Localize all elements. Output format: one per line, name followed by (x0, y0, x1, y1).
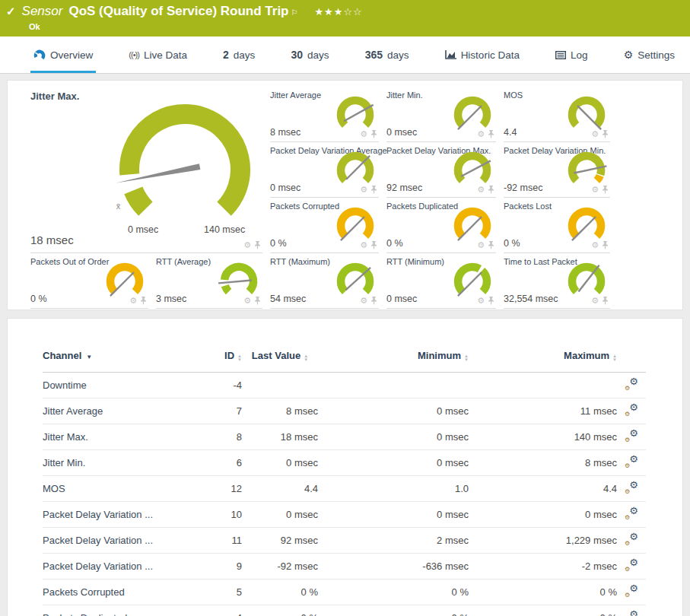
pin-icon[interactable] (254, 241, 261, 249)
gear-large: ⚙ (629, 505, 638, 516)
pin-icon[interactable] (370, 241, 377, 249)
gear-icon[interactable]: ⚙ (477, 130, 485, 138)
edit-channel-icon[interactable]: ⚙⚙ (625, 559, 638, 571)
pin-icon[interactable] (488, 186, 494, 194)
gauge-dial (333, 205, 377, 246)
gear-icon[interactable]: ⚙ (477, 297, 485, 305)
gear-icon[interactable]: ⚙ (243, 241, 251, 249)
channel-name[interactable]: Packet Delay Variation ... (43, 527, 187, 553)
channel-name[interactable]: Packet Delay Variation ... (43, 501, 187, 527)
cell-max: 1,229 msec (469, 527, 617, 553)
channel-name[interactable]: Jitter Max. (43, 424, 187, 449)
cell-min: 2 msec (318, 527, 469, 553)
gear-large: ⚙ (629, 608, 638, 616)
edit-channel-icon[interactable]: ⚙⚙ (625, 611, 638, 616)
gear-icon[interactable]: ⚙ (360, 130, 367, 138)
channel-name[interactable]: Packets Duplicated (43, 605, 187, 616)
gauge-value: 0 % (30, 294, 47, 304)
gauge-dial (450, 260, 494, 301)
gauge-value: 0 msec (386, 294, 417, 304)
pin-icon[interactable] (488, 241, 494, 249)
channel-name[interactable]: Packet Delay Variation ... (43, 553, 187, 579)
tab-historic-data[interactable]: Historic Data (442, 37, 523, 73)
pin-icon[interactable] (602, 130, 609, 138)
edit-channel-icon[interactable]: ⚙⚙ (625, 533, 638, 545)
pin-icon[interactable] (488, 297, 494, 305)
channel-name[interactable]: Jitter Average (43, 398, 187, 424)
gear-icon[interactable]: ⚙ (243, 297, 251, 305)
pin-icon[interactable] (370, 297, 377, 305)
gear-icon[interactable]: ⚙ (477, 186, 485, 194)
edit-channel-icon[interactable]: ⚙⚙ (625, 507, 638, 519)
channel-name[interactable]: MOS (43, 475, 187, 501)
tab-log[interactable]: Log (552, 37, 591, 73)
sort-down: ▼ (304, 358, 308, 362)
column-header-channel[interactable]: Channel▼ (43, 346, 187, 372)
gauge-dial (564, 149, 609, 190)
cell-edit: ⚙⚙ (617, 527, 646, 553)
pin-icon[interactable] (602, 186, 609, 194)
pin-icon[interactable] (254, 297, 261, 305)
table-row: Jitter Max.818 msec0 msec140 msec⚙⚙ (43, 424, 646, 449)
column-header-min[interactable]: Minimum▲▼ (318, 346, 469, 372)
gauge-mos: MOS4.4⚙ (504, 87, 610, 142)
channel-name[interactable]: Packets Corrupted (43, 579, 187, 605)
edit-channel-icon[interactable]: ⚙⚙ (625, 378, 638, 390)
gauge-value: 0 % (504, 238, 520, 249)
gear-small: ⚙ (625, 437, 630, 443)
gauge-value: 0 msec (270, 183, 300, 193)
gear-small: ⚙ (625, 566, 630, 573)
pin-icon[interactable] (370, 130, 377, 138)
gear-icon[interactable]: ⚙ (591, 297, 599, 305)
gear-large: ⚙ (629, 402, 638, 413)
edit-channel-icon[interactable]: ⚙⚙ (625, 404, 638, 416)
status-check-icon: ✓ (6, 5, 16, 18)
gear-icon[interactable]: ⚙ (591, 186, 599, 194)
gear-icon[interactable]: ⚙ (129, 297, 137, 305)
tab-365-days[interactable]: 365days (362, 37, 412, 73)
tab-number: 2 (223, 49, 229, 61)
channel-name[interactable]: Jitter Min. (43, 449, 187, 475)
sort-down: ▼ (237, 358, 242, 362)
pin-icon[interactable] (370, 186, 377, 194)
priority-stars[interactable]: ★★★☆☆ (314, 6, 362, 17)
edit-channel-icon[interactable]: ⚙⚙ (625, 481, 638, 494)
table-row: Packets Corrupted50 %0 %0 %⚙⚙ (43, 579, 646, 605)
gear-large: ⚙ (629, 531, 638, 542)
cell-id: 5 (187, 579, 242, 605)
gauge-value: 3 msec (156, 294, 186, 304)
edit-channel-icon[interactable]: ⚙⚙ (625, 456, 638, 468)
average-marker: x̄ (116, 202, 121, 211)
cell-id: 8 (187, 424, 242, 449)
gear-icon[interactable]: ⚙ (591, 130, 599, 138)
tab-live-data[interactable]: ((•))Live Data (126, 37, 190, 73)
gear-icon[interactable]: ⚙ (360, 297, 367, 305)
gear-icon[interactable]: ⚙ (360, 241, 367, 249)
channel-table-panel: Channel▼ID▲▼Last Value▲▼Minimum▲▼Maximum… (7, 318, 683, 616)
pin-icon[interactable] (140, 297, 147, 305)
gauge-jitter-min: Jitter Min.0 msec⚙ (386, 87, 496, 142)
column-label: Last Value (252, 350, 300, 361)
edit-channel-icon[interactable]: ⚙⚙ (625, 430, 638, 442)
gear-icon[interactable]: ⚙ (477, 241, 485, 249)
cell-edit: ⚙⚙ (617, 501, 646, 527)
pin-icon[interactable] (602, 297, 609, 305)
flag-icon[interactable]: ⚐ (291, 8, 298, 17)
channel-name[interactable]: Downtime (43, 372, 187, 398)
gear-icon[interactable]: ⚙ (591, 241, 599, 249)
edit-channel-icon[interactable]: ⚙⚙ (625, 585, 638, 597)
gear-icon[interactable]: ⚙ (360, 186, 367, 194)
tab-30-days[interactable]: 30days (288, 37, 332, 73)
column-header-last[interactable]: Last Value▲▼ (242, 346, 318, 372)
cell-id: 12 (187, 475, 242, 501)
pin-icon[interactable] (488, 130, 494, 138)
column-header-max[interactable]: Maximum▲▼ (469, 346, 617, 372)
gear-small: ⚙ (625, 462, 630, 469)
tab-overview[interactable]: Overview (30, 37, 96, 73)
pin-icon[interactable] (602, 241, 609, 249)
tab-settings[interactable]: ⚙Settings (621, 37, 678, 73)
column-header-id[interactable]: ID▲▼ (187, 346, 242, 372)
tab-2-days[interactable]: 2days (220, 37, 258, 73)
gauge-rtt-maximum: RTT (Maximum)54 msec⚙ (270, 253, 379, 309)
gauge-dial (333, 149, 377, 190)
